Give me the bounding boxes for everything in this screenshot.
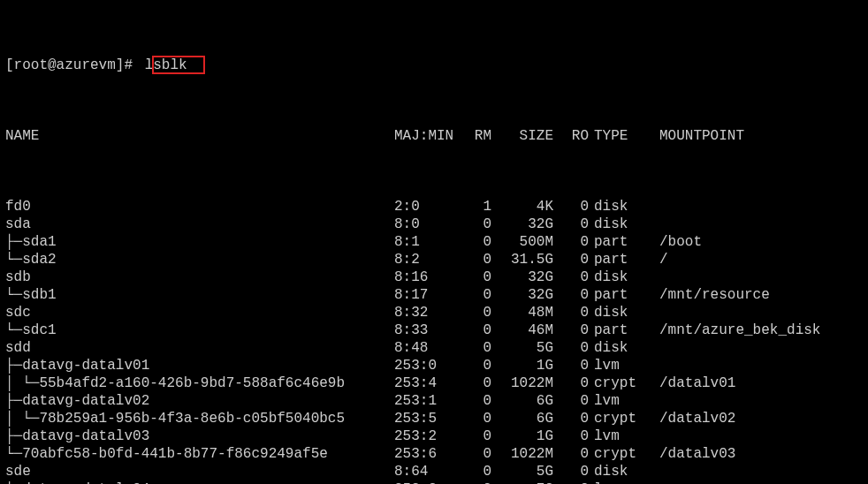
table-row: │ └─78b259a1-956b-4f3a-8e6b-c05bf5040bc5… bbox=[5, 410, 863, 427]
cell-type: part bbox=[589, 321, 647, 339]
cell-majmin: 8:17 bbox=[394, 286, 456, 304]
cell-size: 7G bbox=[491, 480, 553, 484]
cell-rm: 0 bbox=[456, 480, 491, 484]
cell-name: └─datavg-datalv04 bbox=[5, 480, 394, 484]
cell-type: lvm bbox=[589, 480, 647, 484]
cell-type: lvm bbox=[589, 392, 647, 410]
cell-ro: 0 bbox=[553, 374, 589, 392]
cell-rm: 0 bbox=[456, 463, 491, 480]
cell-ro: 0 bbox=[553, 198, 589, 216]
cell-majmin: 8:33 bbox=[394, 321, 456, 339]
cell-rm: 0 bbox=[456, 339, 491, 357]
hdr-type: TYPE bbox=[589, 127, 647, 145]
hdr-rm: RM bbox=[456, 127, 491, 145]
cell-rm: 0 bbox=[456, 410, 491, 427]
cell-name: sde bbox=[5, 463, 394, 480]
cell-rm: 0 bbox=[456, 304, 491, 321]
cell-mountpoint: /mnt/azure_bek_disk bbox=[647, 321, 863, 339]
cell-name: └─70abfc58-b0fd-441b-8b77-f86c9249af5e bbox=[5, 445, 394, 463]
cell-ro: 0 bbox=[553, 480, 589, 484]
cell-majmin: 8:0 bbox=[394, 216, 456, 233]
table-row: │ └─55b4afd2-a160-426b-9bd7-588af6c46e9b… bbox=[5, 374, 863, 392]
cell-mountpoint: /boot bbox=[647, 233, 863, 251]
cell-type: crypt bbox=[589, 374, 647, 392]
cell-size: 1022M bbox=[491, 374, 553, 392]
table-row: sda8:0032G0disk bbox=[5, 216, 863, 233]
cell-size: 4K bbox=[491, 198, 553, 216]
cell-name: └─sda2 bbox=[5, 251, 394, 268]
hdr-ro: RO bbox=[553, 127, 589, 145]
cell-majmin: 253:2 bbox=[394, 427, 456, 445]
cell-type: disk bbox=[589, 463, 647, 480]
cell-majmin: 8:1 bbox=[394, 233, 456, 251]
cell-size: 500M bbox=[491, 233, 553, 251]
cell-type: lvm bbox=[589, 357, 647, 374]
cell-majmin: 8:16 bbox=[394, 268, 456, 286]
table-row: └─sda28:2031.5G0part/ bbox=[5, 251, 863, 268]
table-row: sdb8:16032G0disk bbox=[5, 268, 863, 286]
cell-ro: 0 bbox=[553, 216, 589, 233]
cell-majmin: 8:32 bbox=[394, 304, 456, 321]
cell-size: 6G bbox=[491, 410, 553, 427]
cell-majmin: 253:3 bbox=[394, 480, 456, 484]
cell-ro: 0 bbox=[553, 321, 589, 339]
cell-size: 48M bbox=[491, 304, 553, 321]
cell-rm: 0 bbox=[456, 427, 491, 445]
cell-rm: 0 bbox=[456, 392, 491, 410]
cell-rm: 0 bbox=[456, 233, 491, 251]
cell-name: sdb bbox=[5, 268, 394, 286]
cell-majmin: 253:6 bbox=[394, 445, 456, 463]
prompt-command: lsblk bbox=[141, 57, 191, 74]
table-row: ├─datavg-datalv03253:201G0lvm bbox=[5, 427, 863, 445]
cell-majmin: 8:2 bbox=[394, 251, 456, 268]
cell-name: ├─datavg-datalv02 bbox=[5, 392, 394, 410]
cell-ro: 0 bbox=[553, 357, 589, 374]
hdr-majmin: MAJ:MIN bbox=[394, 127, 456, 145]
cell-name: │ └─55b4afd2-a160-426b-9bd7-588af6c46e9b bbox=[5, 374, 394, 392]
cell-type: disk bbox=[589, 268, 647, 286]
cell-size: 5G bbox=[491, 463, 553, 480]
cell-type: disk bbox=[589, 339, 647, 357]
table-row: ├─sda18:10500M0part/boot bbox=[5, 233, 863, 251]
cell-rm: 0 bbox=[456, 357, 491, 374]
cell-rm: 0 bbox=[456, 321, 491, 339]
cell-name: └─sdb1 bbox=[5, 286, 394, 304]
cell-rm: 0 bbox=[456, 268, 491, 286]
cell-name: │ └─78b259a1-956b-4f3a-8e6b-c05bf5040bc5 bbox=[5, 410, 394, 427]
table-row: fd02:014K0disk bbox=[5, 198, 863, 216]
cell-type: part bbox=[589, 233, 647, 251]
cell-ro: 0 bbox=[553, 410, 589, 427]
prompt-user-host: [root@azurevm]# bbox=[5, 57, 133, 74]
cell-type: crypt bbox=[589, 410, 647, 427]
lsblk-rows-container: fd02:014K0disksda8:0032G0disk├─sda18:105… bbox=[5, 198, 863, 484]
cell-type: part bbox=[589, 251, 647, 268]
cell-type: part bbox=[589, 286, 647, 304]
cell-rm: 0 bbox=[456, 374, 491, 392]
cell-majmin: 253:1 bbox=[394, 392, 456, 410]
cell-ro: 0 bbox=[553, 339, 589, 357]
hdr-name: NAME bbox=[5, 127, 394, 145]
cell-size: 32G bbox=[491, 286, 553, 304]
cell-ro: 0 bbox=[553, 427, 589, 445]
cell-rm: 1 bbox=[456, 198, 491, 216]
cell-size: 6G bbox=[491, 392, 553, 410]
cell-majmin: 8:48 bbox=[394, 339, 456, 357]
terminal-output[interactable]: [root@azurevm]# lsblk NAME MAJ:MIN RM SI… bbox=[0, 0, 868, 484]
cell-size: 32G bbox=[491, 268, 553, 286]
cell-majmin: 253:0 bbox=[394, 357, 456, 374]
table-row: sdc8:32048M0disk bbox=[5, 304, 863, 321]
cell-size: 1G bbox=[491, 357, 553, 374]
cell-ro: 0 bbox=[553, 286, 589, 304]
cell-ro: 0 bbox=[553, 392, 589, 410]
hdr-mount: MOUNTPOINT bbox=[647, 127, 863, 145]
hdr-size: SIZE bbox=[491, 127, 553, 145]
cell-type: crypt bbox=[589, 445, 647, 463]
cell-type: disk bbox=[589, 216, 647, 233]
cell-type: disk bbox=[589, 304, 647, 321]
cell-majmin: 2:0 bbox=[394, 198, 456, 216]
cell-majmin: 253:5 bbox=[394, 410, 456, 427]
table-row: ├─datavg-datalv02253:106G0lvm bbox=[5, 392, 863, 410]
table-row: sde8:6405G0disk bbox=[5, 463, 863, 480]
cell-size: 1022M bbox=[491, 445, 553, 463]
cell-size: 5G bbox=[491, 339, 553, 357]
